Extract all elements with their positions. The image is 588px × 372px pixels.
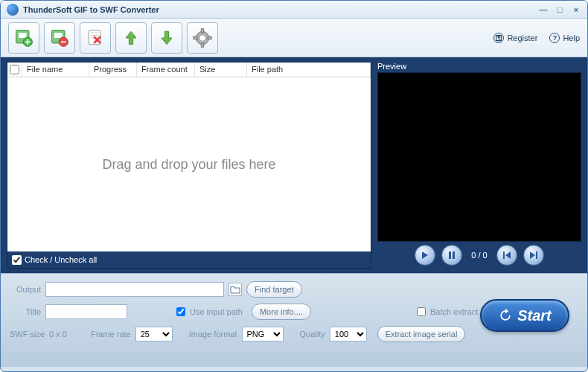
arrow-up-icon [121,28,141,48]
move-down-button[interactable] [151,22,182,54]
quality-label: Quality [300,330,325,339]
add-file-icon [13,28,34,48]
help-label: Help [563,33,580,42]
pause-button[interactable] [441,245,462,266]
col-filepath[interactable]: File path [247,62,371,77]
col-filename[interactable]: File name [22,62,89,77]
col-progress[interactable]: Progress [89,62,137,77]
svg-rect-12 [208,36,211,39]
output-path-input[interactable] [45,282,224,297]
maximize-button[interactable]: □ [555,4,565,15]
arrow-down-icon [156,28,177,48]
svg-rect-16 [536,251,537,259]
prev-frame-button[interactable] [496,245,517,266]
header-checkbox[interactable] [10,65,19,74]
play-button[interactable] [415,245,435,266]
next-frame-button[interactable] [523,245,544,266]
gear-icon [192,28,213,48]
prev-icon [503,251,511,259]
pause-icon [448,251,456,259]
close-button[interactable]: × [571,4,581,15]
svg-rect-1 [19,33,27,38]
output-label: Output [10,285,41,294]
titlebar: ThunderSoft GIF to SWF Converter — □ × [1,1,587,19]
file-table-header: File name Progress Frame count Size File… [7,62,371,77]
clear-icon [85,28,106,48]
use-input-path-checkbox[interactable] [176,307,185,316]
remove-file-icon [49,28,70,48]
remove-file-button[interactable] [44,22,75,54]
preview-panel: Preview 0 / 0 [377,62,581,269]
register-label: Register [507,33,537,42]
svg-rect-11 [194,36,197,39]
key-icon: ⚿ [493,33,504,43]
col-size[interactable]: Size [195,62,247,77]
svg-rect-15 [503,251,505,259]
toolbar: ⚿ Register ? Help [1,19,587,57]
swfsize-value: 0 x 0 [49,330,67,339]
register-link[interactable]: ⚿ Register [493,33,537,43]
svg-point-8 [200,35,205,40]
quality-select[interactable]: 100 [330,327,367,341]
app-icon [7,4,19,16]
bottom-panel: Output Find target Title Use input path … [1,273,587,367]
play-icon [421,251,429,259]
checkall-checkbox[interactable] [12,255,22,265]
move-up-button[interactable] [115,22,147,54]
settings-button[interactable] [187,22,218,54]
checkall-label: Check / Uncheck all [25,255,97,264]
title-label: Title [10,307,41,316]
find-target-button[interactable]: Find target [246,281,302,298]
svg-rect-13 [449,251,451,259]
folder-icon [230,285,240,294]
clear-all-button[interactable] [80,22,111,54]
svg-rect-14 [453,251,455,259]
file-panel: File name Progress Frame count Size File… [7,62,371,269]
app-window: ThunderSoft GIF to SWF Converter — □ × ⚿… [0,0,588,372]
refresh-icon [498,308,513,323]
player-controls: 0 / 0 [377,242,581,269]
drop-zone-text: Drag and drop your files here [102,157,275,173]
main-area: File name Progress Frame count Size File… [1,57,587,273]
title-input[interactable] [45,304,127,319]
next-icon [530,251,537,259]
preview-box [377,72,581,242]
file-footer: Check / Uncheck all [7,251,371,268]
extract-serial-button[interactable]: Extract image serial [377,326,466,342]
svg-rect-9 [201,28,204,32]
more-info-button[interactable]: More info.... [252,304,311,320]
browse-output-button[interactable] [229,283,242,296]
help-link[interactable]: ? Help [549,33,580,43]
imgformat-label: Image format [189,330,237,339]
help-icon: ? [549,33,560,43]
imgformat-select[interactable]: PNG [242,327,284,341]
start-button[interactable]: Start [480,299,569,332]
svg-rect-10 [201,43,204,47]
frame-counter: 0 / 0 [471,251,487,260]
batch-extract-label: Batch extract [430,307,478,316]
col-framecount[interactable]: Frame count [137,62,195,77]
use-input-path-label: Use input path [190,307,243,316]
start-label: Start [517,307,552,324]
swfsize-label: SWF size [10,330,45,339]
minimize-button[interactable]: — [538,4,549,15]
batch-extract-checkbox[interactable] [417,307,426,316]
preview-label: Preview [377,62,581,71]
framerate-label: Frame rate [91,330,131,339]
drop-zone[interactable]: Drag and drop your files here [7,77,371,251]
app-title: ThunderSoft GIF to SWF Converter [23,5,532,14]
add-file-button[interactable] [8,22,39,54]
framerate-select[interactable]: 25 [135,327,173,341]
svg-rect-4 [54,33,63,38]
